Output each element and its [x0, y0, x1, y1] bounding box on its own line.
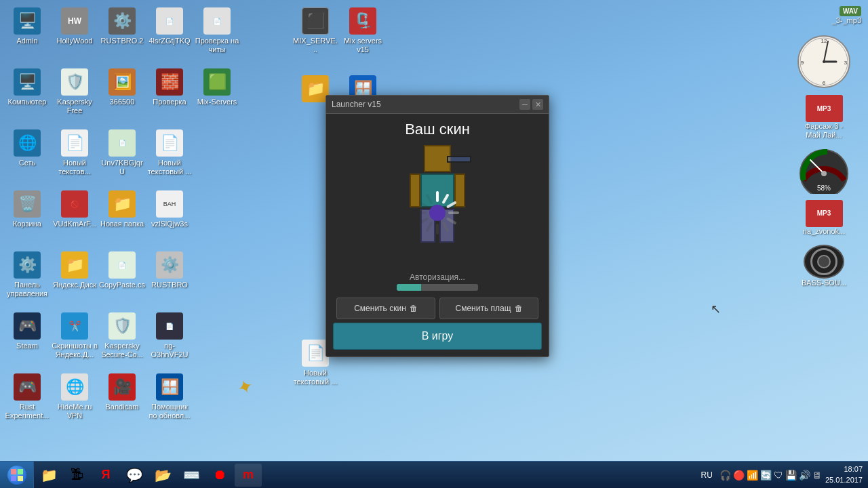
- svg-rect-27: [18, 469, 23, 474]
- icon-rustbro2[interactable]: ⚙️ RUSTBRO.2: [98, 3, 146, 64]
- icon-set[interactable]: 🌐 Сеть: [3, 125, 51, 186]
- icon-novy-txt[interactable]: 📄 Новый текстов...: [51, 125, 98, 186]
- tray-network-icon[interactable]: 📶: [747, 470, 758, 481]
- taskbar-keyboard[interactable]: ⌨️: [178, 464, 205, 487]
- icon-steam[interactable]: 🎮 Steam: [3, 308, 51, 369]
- bandicam-tb-icon: ⏺: [213, 467, 226, 483]
- icon-rustbro[interactable]: ⚙️ RUSTBRO: [146, 247, 193, 308]
- icon-rust-label: Rust Experiment...: [4, 403, 50, 420]
- icon-proverka-label: Проверка: [153, 98, 186, 106]
- icon-bass-sou[interactable]: BASS-SOU...: [783, 242, 865, 290]
- icon-bass-sou-label: BASS-SOU...: [802, 279, 846, 287]
- steam-icon: 🎮: [14, 312, 41, 340]
- play-button[interactable]: В игру: [333, 323, 542, 350]
- taskbar-folder[interactable]: 📂: [149, 464, 176, 487]
- taskbar-winrar[interactable]: 🗜: [64, 464, 91, 487]
- icon-yandex-disk[interactable]: 📁 Яндекс.Диск: [51, 247, 98, 308]
- icon-366500[interactable]: 🖼️ 366500: [98, 64, 146, 125]
- icon-rustbro-label: RUSTBRO: [151, 281, 188, 289]
- language-indicator[interactable]: RU: [698, 470, 716, 480]
- icon-kaspersky-free[interactable]: 🛡️ Kaspersky Free: [51, 64, 98, 125]
- icon-mp3-2[interactable]: MP3 na_zvonok...: [783, 197, 865, 239]
- icon-wav-label: _3-_mp3: [815, 16, 861, 25]
- tray-headset-icon[interactable]: 🎧: [719, 470, 731, 481]
- yandex-icon: Я: [102, 468, 111, 482]
- icon-admin[interactable]: 🖥️ Admin: [3, 3, 51, 64]
- start-button[interactable]: [0, 462, 34, 489]
- icon-steam-label: Steam: [16, 342, 38, 350]
- tray-icons: 🎧 🔴 📶 🔄 🛡 💾 🔊 🖥: [719, 470, 822, 481]
- tray-shield-icon[interactable]: 🛡: [774, 470, 783, 481]
- svg-text:3: 3: [844, 60, 848, 66]
- windows-orb: [7, 466, 26, 485]
- icon-hollywood[interactable]: HW HollyWood: [51, 3, 98, 64]
- icon-ng-o3hn[interactable]: 📄 ng-O3hnVF2U: [146, 308, 193, 369]
- trash-cloak-icon: 🗑: [515, 304, 523, 313]
- icon-skrinshoты[interactable]: ✂️ Скриншоты в Яндекс.Д...: [51, 308, 98, 369]
- icon-pomoshnik[interactable]: 🪟 Помощник по обновл...: [146, 369, 193, 430]
- icon-computer[interactable]: 🖥️ Компьютер: [3, 64, 51, 125]
- icon-hideme-label: HideMe.ru VPN: [52, 403, 98, 420]
- icon-bandicam-label: Bandicam: [106, 403, 139, 411]
- ng-o3hn-icon: 📄: [156, 312, 183, 340]
- icon-kaspersky-secure[interactable]: 🛡️ Kaspersky Secure-Co...: [98, 308, 146, 369]
- icon-hideme[interactable]: 🌐 HideMe.ru VPN: [51, 369, 98, 430]
- icon-ng-o3hn-label: ng-O3hnVF2U: [146, 342, 193, 359]
- icon-proverka-chity[interactable]: 📄 Проверка на читы: [193, 3, 241, 64]
- taskbar-skype[interactable]: 💬: [121, 464, 148, 487]
- tray-monitor-icon[interactable]: 🖥: [812, 470, 822, 481]
- svg-point-25: [429, 205, 446, 221]
- mp3-2-badge: MP3: [806, 200, 843, 227]
- taskbar-m[interactable]: m: [235, 464, 262, 487]
- icon-vzislqjw[interactable]: BAH vzlSlQjw3s: [146, 186, 193, 247]
- icon-mix-servers-v15[interactable]: 🗜️ Mix servers v15: [339, 3, 387, 58]
- icon-novaya-papka[interactable]: 📁 Новая папка: [98, 186, 146, 247]
- close-button[interactable]: ✕: [532, 99, 543, 110]
- mix-serve-mid-icon: ⬛: [302, 7, 329, 35]
- mix-servers-v15-icon: 🗜️: [349, 7, 376, 35]
- computer-icon: 🖥️: [14, 68, 41, 96]
- icon-proverka[interactable]: 🧱 Проверка: [146, 64, 193, 125]
- clock-date: 25.01.2017: [825, 475, 863, 485]
- icon-4lsrz[interactable]: 📄 4lsrZGtjTKQ: [146, 3, 193, 64]
- icon-mix-servers[interactable]: 🟩 Mix-Servers: [193, 64, 241, 125]
- keyboard-icon: ⌨️: [183, 467, 200, 483]
- change-skin-button[interactable]: Сменить скин 🗑: [336, 298, 435, 319]
- tray-mic-icon[interactable]: 🔴: [733, 470, 745, 481]
- unv7-icon: 📄: [108, 129, 136, 157]
- tray-usb-icon[interactable]: 💾: [785, 470, 797, 481]
- admin-icon: 🖥️: [14, 7, 41, 35]
- dialog-titlebar: Launcher v15 ─ ✕: [326, 96, 549, 114]
- svg-line-15: [448, 203, 455, 207]
- dialog-skin-buttons: Сменить скин 🗑 Сменить плащ 🗑: [333, 298, 542, 319]
- dialog-controls: ─ ✕: [519, 99, 543, 110]
- change-cloak-button[interactable]: Сменить плащ 🗑: [439, 298, 538, 319]
- bass-sou-icon: [804, 245, 844, 279]
- minimize-button[interactable]: ─: [519, 99, 530, 110]
- taskbar-explorer[interactable]: 📁: [35, 464, 62, 487]
- vudkmarf-icon: 🚫: [61, 190, 88, 218]
- icon-copypaste[interactable]: 📄 CopyPaste.cs: [98, 247, 146, 308]
- tray-update-icon[interactable]: 🔄: [760, 470, 772, 481]
- lang-text: RU: [701, 470, 713, 480]
- icon-novy-txt2[interactable]: 📄 Новый текстовый ...: [146, 125, 193, 186]
- icon-mp3-1[interactable]: MP3 Фарсаж-3 - Май Лай...: [783, 92, 865, 142]
- icon-panel[interactable]: ⚙️ Панель управления: [3, 247, 51, 308]
- svg-rect-29: [18, 476, 23, 481]
- desktop-icons-right: WAV _3-_mp3 12 3 6 9 MP3 Фарсаж-3 - Май …: [780, 0, 868, 293]
- icon-mix-serve-mid[interactable]: ⬛ MIX_SERVE...: [292, 3, 339, 58]
- icon-wav[interactable]: WAV _3-_mp3: [783, 3, 865, 28]
- icon-rust[interactable]: 🎮 Rust Experiment...: [3, 369, 51, 430]
- taskbar-yandex[interactable]: Я: [92, 464, 119, 487]
- icon-novy-txt-label: Новый текстов...: [52, 159, 98, 176]
- icon-korzina-label: Корзина: [13, 220, 41, 228]
- icon-kaspersky-secure-label: Kaspersky Secure-Co...: [99, 342, 145, 359]
- icon-korzina[interactable]: 🗑️ Корзина: [3, 186, 51, 247]
- icon-unv7[interactable]: 📄 Unv7KBGjqrU: [98, 125, 146, 186]
- icon-bandicam[interactable]: 🎥 Bandicam: [98, 369, 146, 430]
- skype-icon: 💬: [126, 467, 143, 483]
- tray-volume-icon[interactable]: 🔊: [799, 470, 810, 481]
- taskbar-bandicam[interactable]: ⏺: [206, 464, 233, 487]
- kaspersky-secure-icon: 🛡️: [108, 312, 136, 340]
- icon-vudkmarf[interactable]: 🚫 VUdKmArF...: [51, 186, 98, 247]
